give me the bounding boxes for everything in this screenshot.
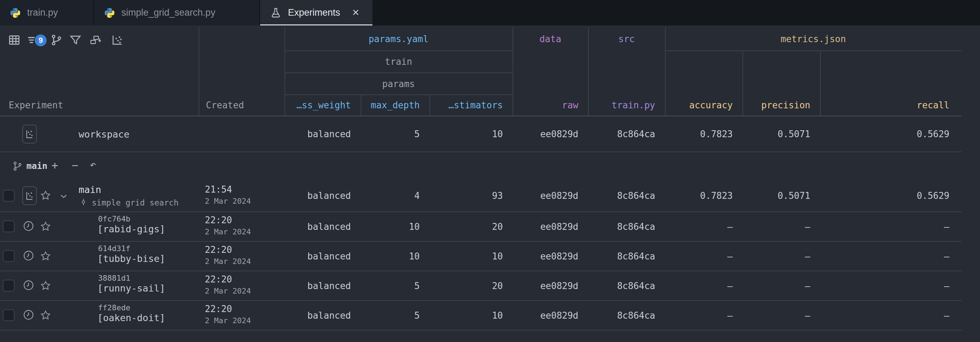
cell-raw: ee0829d bbox=[512, 190, 578, 201]
cell-raw: ee0829d bbox=[512, 310, 578, 321]
scatter-plot-icon[interactable] bbox=[111, 34, 124, 47]
experiment-name: [rabid-gigs] bbox=[97, 224, 165, 234]
tab-experiments[interactable]: Experiments ✕ bbox=[260, 0, 372, 26]
cell-recall: 0.5629 bbox=[820, 190, 950, 201]
experiment-row[interactable]: 0fc764b [rabid-gigs] 22:20 2 Mar 2024 ba… bbox=[0, 212, 980, 241]
column-header-precision[interactable]: precision bbox=[743, 98, 810, 112]
created-date: 2 Mar 2024 bbox=[205, 227, 251, 236]
group-header-data[interactable]: data bbox=[512, 32, 588, 46]
cell-precision: 0.5071 bbox=[743, 190, 810, 201]
experiment-row[interactable]: 38881d1 [runny-sail] 22:20 2 Mar 2024 ba… bbox=[0, 271, 980, 300]
funnel-icon[interactable] bbox=[69, 34, 82, 47]
clock-icon bbox=[22, 220, 35, 232]
row-checkbox[interactable] bbox=[3, 309, 14, 321]
plot-toggle-icon[interactable] bbox=[22, 186, 37, 205]
cell-max-depth: 5 bbox=[361, 281, 420, 291]
created-date: 2 Mar 2024 bbox=[205, 316, 251, 325]
clock-icon bbox=[22, 279, 35, 291]
cell-train-py: 8c864ca bbox=[588, 190, 655, 201]
add-experiment-button[interactable]: + bbox=[51, 159, 58, 172]
main-commit-row[interactable]: main simple grid search 21:54 2 Mar 2024… bbox=[0, 180, 980, 211]
remove-experiment-button[interactable]: − bbox=[72, 159, 78, 172]
plot-toggle-icon[interactable] bbox=[22, 125, 37, 144]
cell-accuracy: – bbox=[665, 222, 733, 232]
cell-recall: – bbox=[820, 222, 950, 232]
editor-tab-bar: train.py simple_grid_search.py Experimen… bbox=[0, 0, 980, 26]
cell-raw: ee0829d bbox=[512, 222, 578, 232]
experiment-name: [tubby-bise] bbox=[97, 253, 165, 264]
column-header-recall[interactable]: recall bbox=[820, 98, 950, 112]
experiments-table: 9 bbox=[0, 26, 980, 342]
cell-recall: 0.5629 bbox=[820, 129, 950, 139]
column-header-train-py[interactable]: train.py bbox=[588, 98, 655, 112]
experiment-id: ff28ede bbox=[98, 303, 130, 312]
star-icon[interactable] bbox=[40, 280, 51, 291]
cell-precision: 0.5071 bbox=[743, 129, 810, 139]
experiment-row[interactable]: ff28ede [oaken-doit] 22:20 2 Mar 2024 ba… bbox=[0, 301, 980, 330]
table-icon[interactable] bbox=[8, 34, 21, 47]
column-header-created[interactable]: Created bbox=[206, 98, 275, 112]
star-icon[interactable] bbox=[40, 221, 51, 232]
cell-precision: – bbox=[743, 281, 810, 291]
group-header-src[interactable]: src bbox=[588, 32, 665, 46]
row-checkbox[interactable] bbox=[3, 221, 14, 232]
created-time: 22:20 bbox=[205, 215, 232, 225]
cell-precision: – bbox=[743, 251, 810, 262]
experiment-id: 0fc764b bbox=[98, 214, 130, 223]
cell-precision: – bbox=[743, 310, 810, 321]
column-header-n-estimators[interactable]: …stimators bbox=[430, 98, 503, 112]
created-time: 22:20 bbox=[205, 274, 232, 284]
cell-max-depth: 5 bbox=[361, 310, 420, 321]
star-icon[interactable] bbox=[40, 309, 51, 321]
cell-class-weight: balanced bbox=[285, 129, 351, 139]
move-views-icon[interactable] bbox=[89, 34, 102, 47]
cell-n-estimators: 10 bbox=[430, 251, 503, 262]
column-header-class-weight[interactable]: …ss_weight bbox=[285, 98, 351, 112]
column-header-raw[interactable]: raw bbox=[512, 98, 578, 112]
star-icon[interactable] bbox=[40, 250, 51, 262]
column-header-accuracy[interactable]: accuracy bbox=[665, 98, 733, 112]
star-icon[interactable] bbox=[40, 189, 51, 201]
group-header-params-yaml[interactable]: params.yaml bbox=[285, 32, 512, 46]
chevron-down-icon[interactable] bbox=[59, 191, 69, 201]
commit-icon bbox=[79, 197, 88, 207]
created-time: 22:20 bbox=[205, 245, 232, 255]
commit-description: simple grid search bbox=[92, 198, 178, 207]
cell-accuracy: 0.7823 bbox=[665, 129, 733, 139]
branch-header-row: main + − ↶ bbox=[0, 152, 980, 180]
python-icon bbox=[104, 7, 115, 18]
row-checkbox[interactable] bbox=[3, 250, 14, 262]
clock-icon bbox=[22, 308, 35, 321]
cell-class-weight: balanced bbox=[285, 281, 351, 291]
cell-train-py: 8c864ca bbox=[588, 251, 655, 262]
workspace-label: workspace bbox=[79, 128, 218, 139]
row-checkbox[interactable] bbox=[3, 190, 14, 201]
column-header-max-depth[interactable]: max_depth bbox=[361, 98, 420, 112]
cell-max-depth: 5 bbox=[361, 129, 420, 139]
tab-train-py[interactable]: train.py bbox=[0, 0, 93, 26]
cell-n-estimators: 10 bbox=[430, 129, 503, 139]
group-header-metrics-json[interactable]: metrics.json bbox=[665, 32, 962, 46]
cell-accuracy: – bbox=[665, 310, 733, 321]
experiment-row[interactable]: 614d31f [tubby-bise] 22:20 2 Mar 2024 ba… bbox=[0, 242, 980, 271]
cell-n-estimators: 10 bbox=[430, 310, 503, 321]
cell-train-py: 8c864ca bbox=[588, 129, 655, 139]
cell-max-depth: 4 bbox=[361, 190, 420, 201]
tab-label: simple_grid_search.py bbox=[121, 7, 215, 18]
filter-count-badge[interactable]: 9 bbox=[35, 35, 46, 46]
commit-name: main bbox=[79, 184, 101, 195]
cell-n-estimators: 20 bbox=[430, 281, 503, 291]
cell-raw: ee0829d bbox=[512, 281, 578, 291]
row-checkbox[interactable] bbox=[3, 280, 14, 291]
git-branch-icon[interactable] bbox=[50, 34, 63, 47]
cell-train-py: 8c864ca bbox=[588, 310, 655, 321]
cell-accuracy: 0.7823 bbox=[665, 190, 733, 201]
cell-recall: – bbox=[820, 251, 950, 262]
close-icon[interactable]: ✕ bbox=[352, 7, 360, 18]
cell-precision: – bbox=[743, 222, 810, 232]
undo-icon[interactable]: ↶ bbox=[90, 158, 96, 171]
tab-simple-grid-search-py[interactable]: simple_grid_search.py bbox=[94, 0, 259, 26]
workspace-row[interactable]: workspace balanced 5 10 ee0829d 8c864ca … bbox=[0, 116, 980, 152]
column-header-experiment[interactable]: Experiment bbox=[9, 98, 148, 112]
param-path-params: params bbox=[285, 77, 512, 91]
